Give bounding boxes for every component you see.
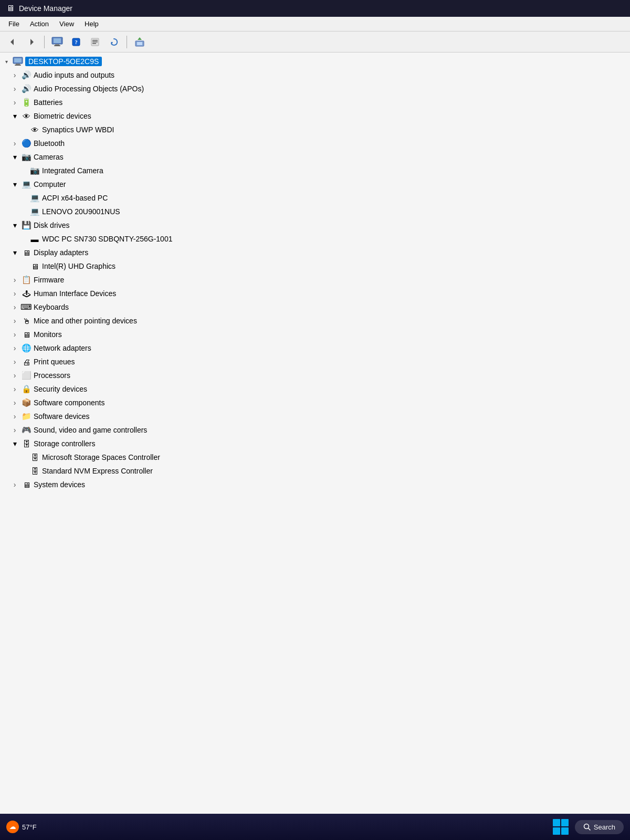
icon-mice: 🖱: [21, 316, 32, 326]
svg-marker-0: [10, 39, 14, 45]
tree-item-nvm-express[interactable]: 🗄 Standard NVM Express Controller: [0, 464, 630, 478]
tree-item-display-adapters[interactable]: ▾ 🖥 Display adapters: [0, 246, 630, 259]
tree-item-audio-processing[interactable]: › 🔊 Audio Processing Objects (APOs): [0, 82, 630, 96]
tree-item-biometric[interactable]: ▾ 👁 Biometric devices: [0, 109, 630, 123]
tree-root: ▾ DESKTOP-5OE2C9S › 🔊 Audio inputs and o…: [0, 55, 630, 491]
menu-file[interactable]: File: [4, 18, 24, 29]
tree-item-ms-storage[interactable]: 🗄 Microsoft Storage Spaces Controller: [0, 450, 630, 464]
tree-item-integrated-camera[interactable]: 📷 Integrated Camera: [0, 164, 630, 177]
search-button[interactable]: Search: [575, 820, 624, 834]
tree-item-batteries[interactable]: › 🔋 Batteries: [0, 96, 630, 109]
tree-item-intel-uhd[interactable]: 🖥 Intel(R) UHD Graphics: [0, 259, 630, 273]
expander-sound[interactable]: ›: [10, 426, 19, 434]
expander-keyboards[interactable]: ›: [10, 303, 19, 311]
expander-storage-controllers[interactable]: ▾: [10, 439, 19, 448]
label-software-components: Software components: [34, 398, 104, 407]
tree-item-sound[interactable]: › 🎮 Sound, video and game controllers: [0, 423, 630, 437]
tree-item-processors[interactable]: › ⬜ Processors: [0, 369, 630, 382]
label-biometric: Biometric devices: [34, 112, 91, 120]
icon-wdc: ▬: [29, 234, 40, 244]
expander-mice[interactable]: ›: [10, 317, 19, 325]
menu-action[interactable]: Action: [26, 18, 53, 29]
help-button[interactable]: ?: [68, 34, 85, 50]
tree-item-wdc[interactable]: ▬ WDC PC SN730 SDBQNTY-256G-1001: [0, 232, 630, 246]
weather-temp: 57°F: [22, 823, 37, 831]
tree-item-software-devices[interactable]: › 📁 Software devices: [0, 410, 630, 423]
menu-help[interactable]: Help: [80, 18, 103, 29]
toolbar-separator-1: [44, 36, 45, 48]
computer-button[interactable]: [49, 34, 66, 50]
tree-item-mice[interactable]: › 🖱 Mice and other pointing devices: [0, 314, 630, 328]
properties-button[interactable]: [87, 34, 103, 50]
title-bar-title: Device Manager: [19, 4, 72, 13]
svg-rect-3: [54, 38, 61, 43]
icon-synaptics: 👁: [29, 124, 40, 135]
toolbar: ?: [0, 32, 630, 52]
tree-item-synaptics[interactable]: 👁 Synaptics UWP WBDI: [0, 123, 630, 136]
expander-network-adapters[interactable]: ›: [10, 344, 19, 352]
label-synaptics: Synaptics UWP WBDI: [42, 125, 114, 134]
expander-batteries[interactable]: ›: [10, 98, 19, 107]
search-icon: [583, 823, 591, 831]
expander-system-devices[interactable]: ›: [10, 480, 19, 489]
label-ms-storage: Microsoft Storage Spaces Controller: [42, 453, 160, 461]
expander-monitors[interactable]: ›: [10, 330, 19, 339]
tree-item-software-components[interactable]: › 📦 Software components: [0, 396, 630, 410]
expander-print-queues[interactable]: ›: [10, 358, 19, 366]
device-manager-tree[interactable]: ▾ DESKTOP-5OE2C9S › 🔊 Audio inputs and o…: [0, 52, 630, 814]
tree-item-print-queues[interactable]: › 🖨 Print queues: [0, 355, 630, 369]
tree-item-audio-inputs[interactable]: › 🔊 Audio inputs and outputs: [0, 68, 630, 82]
tree-item-computer[interactable]: ▾ 💻 Computer: [0, 177, 630, 191]
expander-lenovo: [19, 207, 27, 216]
tree-item-system-devices[interactable]: › 🖥 System devices: [0, 478, 630, 491]
expander-audio-inputs[interactable]: ›: [10, 71, 19, 79]
taskbar-left: ☁ 57°F: [6, 821, 37, 833]
tree-item-firmware[interactable]: › 📋 Firmware: [0, 273, 630, 287]
expander-acpi: [19, 194, 27, 202]
windows-logo[interactable]: [553, 819, 569, 835]
update-driver-button[interactable]: [131, 34, 148, 50]
label-wdc: WDC PC SN730 SDBQNTY-256G-1001: [42, 235, 172, 243]
tree-item-monitors[interactable]: › 🖥 Monitors: [0, 328, 630, 341]
tree-item-bluetooth[interactable]: › 🔵 Bluetooth: [0, 136, 630, 150]
expander-cameras[interactable]: ▾: [10, 153, 19, 161]
icon-batteries: 🔋: [21, 97, 32, 108]
icon-monitors: 🖥: [21, 329, 32, 340]
tree-item-security[interactable]: › 🔒 Security devices: [0, 382, 630, 396]
expander-audio-processing[interactable]: ›: [10, 85, 19, 93]
expander-disk-drives[interactable]: ▾: [10, 221, 19, 229]
label-firmware: Firmware: [34, 276, 64, 284]
tree-item-disk-drives[interactable]: ▾ 💾 Disk drives: [0, 218, 630, 232]
expander-hid[interactable]: ›: [10, 289, 19, 298]
back-button[interactable]: [4, 34, 21, 50]
expander-software-components[interactable]: ›: [10, 398, 19, 407]
expander-display-adapters[interactable]: ▾: [10, 248, 19, 257]
icon-system-devices: 🖥: [21, 479, 32, 490]
expander-processors[interactable]: ›: [10, 371, 19, 380]
expander-computer[interactable]: ▾: [10, 180, 19, 188]
expander-security[interactable]: ›: [10, 385, 19, 393]
expander-firmware[interactable]: ›: [10, 276, 19, 284]
tree-item-acpi[interactable]: 💻 ACPI x64-based PC: [0, 191, 630, 205]
tree-item-hid[interactable]: › 🕹 Human Interface Devices: [0, 287, 630, 300]
root-icon: [13, 56, 23, 67]
tree-item-cameras[interactable]: ▾ 📷 Cameras: [0, 150, 630, 164]
label-network-adapters: Network adapters: [34, 344, 91, 352]
label-lenovo: LENOVO 20U9001NUS: [42, 207, 120, 216]
tree-item-keyboards[interactable]: › ⌨ Keyboards: [0, 300, 630, 314]
label-display-adapters: Display adapters: [34, 248, 88, 257]
expander-software-devices[interactable]: ›: [10, 412, 19, 421]
tree-item-root[interactable]: ▾ DESKTOP-5OE2C9S: [0, 55, 630, 68]
menu-view[interactable]: View: [55, 18, 78, 29]
icon-audio-inputs: 🔊: [21, 70, 32, 80]
tree-item-network-adapters[interactable]: › 🌐 Network adapters: [0, 341, 630, 355]
expander-nvm-express: [19, 467, 27, 475]
expander-biometric[interactable]: ▾: [10, 112, 19, 120]
tree-item-lenovo[interactable]: 💻 LENOVO 20U9001NUS: [0, 205, 630, 218]
refresh-button[interactable]: [106, 34, 122, 50]
tree-item-storage-controllers[interactable]: ▾ 🗄 Storage controllers: [0, 437, 630, 450]
expander-bluetooth[interactable]: ›: [10, 139, 19, 148]
icon-bluetooth: 🔵: [21, 138, 32, 149]
svg-rect-5: [54, 45, 60, 46]
forward-button[interactable]: [23, 34, 40, 50]
